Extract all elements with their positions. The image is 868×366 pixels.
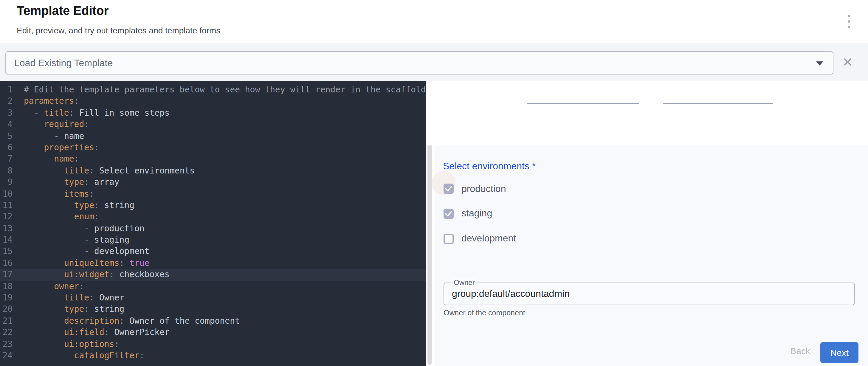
template-editor-page: Template Editor Edit, preview, and try o… xyxy=(0,0,868,366)
code-line: 3 - title: Fill in some steps xyxy=(0,107,426,119)
line-number: 13 xyxy=(0,223,12,234)
close-icon[interactable]: ✕ xyxy=(841,55,855,70)
page-header: Template Editor Edit, preview, and try o… xyxy=(0,0,868,43)
code-lines: 1# Edit the template parameters below to… xyxy=(0,81,426,362)
line-code: type: string xyxy=(12,304,124,315)
line-code: items: xyxy=(12,188,94,200)
code-line: 8 title: Select environments xyxy=(0,165,426,177)
code-line: 17 ui:widget: checkboxes xyxy=(0,269,426,281)
code-line: 6 properties: xyxy=(0,142,426,153)
code-line: 18 owner: xyxy=(0,280,426,292)
line-code: uniqueItems: true xyxy=(12,257,149,269)
checkbox-row-development[interactable]: development xyxy=(438,227,516,249)
checkbox-label: staging xyxy=(461,208,492,219)
check-icon xyxy=(444,184,453,193)
checkbox-checked[interactable] xyxy=(443,208,454,218)
code-line: 19 title: Owner xyxy=(0,292,426,304)
code-line: 4 required: xyxy=(0,119,426,130)
code-line: 21 description: Owner of the component xyxy=(0,315,426,327)
line-code: title: Owner xyxy=(12,292,124,304)
line-code: title: Select environments xyxy=(12,165,195,177)
stepper: 1 2 3 Fill in some steps Choose a locati… xyxy=(426,81,868,146)
next-button[interactable]: Next xyxy=(820,342,859,363)
line-code: owner: xyxy=(12,280,84,292)
line-code: catalogFilter: xyxy=(12,350,145,362)
line-number: 3 xyxy=(0,107,12,119)
code-line: 14 - staging xyxy=(0,234,426,246)
code-line: 9 type: array xyxy=(0,177,426,188)
owner-input-field[interactable]: Owner group:default/accountadmin xyxy=(443,282,855,305)
required-asterisk: * xyxy=(529,161,536,171)
line-code: type: array xyxy=(12,177,119,188)
line-code: - title: Fill in some steps xyxy=(12,107,169,119)
line-number: 12 xyxy=(0,211,12,223)
page-title: Template Editor xyxy=(17,4,108,18)
code-line: 13 - production xyxy=(0,223,426,234)
code-line: 1# Edit the template parameters below to… xyxy=(0,84,426,96)
kebab-menu-icon[interactable] xyxy=(845,15,852,28)
code-line: 20 type: string xyxy=(0,304,426,315)
chevron-down-icon xyxy=(816,61,823,66)
line-code: ui:options: xyxy=(12,338,119,350)
line-number: 17 xyxy=(0,269,12,281)
line-number: 4 xyxy=(0,119,12,130)
checkbox-checked[interactable] xyxy=(443,184,454,194)
template-form-panel: Select environments * productionstagingd… xyxy=(435,146,868,366)
line-number: 8 xyxy=(0,165,12,177)
line-code: description: Owner of the component xyxy=(12,315,240,327)
page-subtitle: Edit, preview, and try out templates and… xyxy=(17,26,220,35)
code-line: 15 - development xyxy=(0,246,426,257)
checkbox-row-production[interactable]: production xyxy=(438,178,506,200)
line-number: 6 xyxy=(0,142,12,153)
step-connector xyxy=(663,103,773,104)
line-number: 9 xyxy=(0,177,12,188)
check-icon xyxy=(444,209,453,218)
code-line: 12 enum: xyxy=(0,211,426,223)
load-template-bar: Load Existing Template ✕ xyxy=(0,43,868,81)
step-connector xyxy=(527,103,639,104)
code-line: 23 ui:options: xyxy=(0,338,426,350)
line-number: 16 xyxy=(0,257,12,269)
line-code: type: string xyxy=(12,200,134,211)
code-line: 24 catalogFilter: xyxy=(0,350,426,362)
line-number: 18 xyxy=(0,280,12,292)
select-environments-label: Select environments * xyxy=(443,161,536,172)
back-button[interactable]: Back xyxy=(785,342,815,360)
code-line: 7 name: xyxy=(0,153,426,165)
line-code: - development xyxy=(12,246,149,257)
select-placeholder: Load Existing Template xyxy=(14,58,113,68)
line-code: properties: xyxy=(12,142,99,153)
line-number: 19 xyxy=(0,292,12,304)
code-line: 11 type: string xyxy=(0,200,426,211)
line-number: 24 xyxy=(0,350,12,362)
owner-helper-text: Owner of the component xyxy=(443,309,525,317)
checkbox-unchecked[interactable] xyxy=(443,233,454,244)
line-number: 5 xyxy=(0,130,12,142)
code-line: 16 uniqueItems: true xyxy=(0,257,426,269)
checkbox-label: development xyxy=(461,233,516,244)
line-number: 15 xyxy=(0,246,12,257)
checkbox-label: production xyxy=(461,183,506,194)
line-code: - production xyxy=(12,223,145,234)
line-number: 22 xyxy=(0,327,12,338)
line-code: required: xyxy=(12,119,89,130)
line-number: 23 xyxy=(0,338,12,350)
checkbox-row-staging[interactable]: staging xyxy=(438,202,492,224)
code-line: 2parameters: xyxy=(0,96,426,107)
line-code: parameters: xyxy=(12,96,79,107)
line-code: ui:widget: checkboxes xyxy=(12,269,169,281)
yaml-code-editor[interactable]: 1# Edit the template parameters below to… xyxy=(0,81,426,366)
code-line: 5 - name xyxy=(0,130,426,142)
line-code: ui:field: OwnerPicker xyxy=(12,327,169,338)
line-code: # Edit the template parameters below to … xyxy=(12,84,426,96)
line-number: 14 xyxy=(0,234,12,246)
owner-field-value: group:default/accountadmin xyxy=(452,283,569,305)
load-existing-template-select[interactable]: Load Existing Template xyxy=(5,51,833,74)
line-number: 11 xyxy=(0,200,12,211)
line-code: enum: xyxy=(12,211,99,223)
line-code: - name xyxy=(12,130,84,142)
line-code: - staging xyxy=(12,234,129,246)
line-number: 7 xyxy=(0,153,12,165)
code-line: 10 items: xyxy=(0,188,426,200)
line-number: 20 xyxy=(0,304,12,315)
